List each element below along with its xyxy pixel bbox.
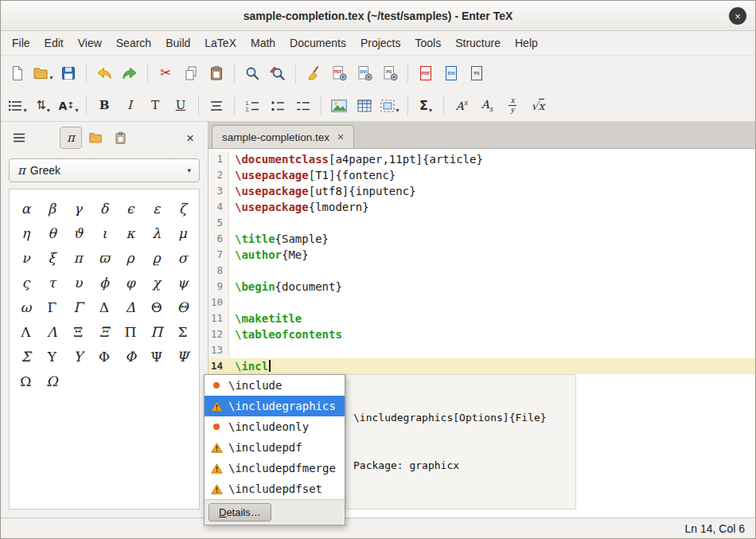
compile-ps-button[interactable]: PS — [377, 61, 403, 86]
symbol-cell[interactable]: Ω — [20, 373, 31, 389]
insert-graphic-button[interactable] — [326, 93, 352, 119]
code-line[interactable]: 14\incl — [208, 358, 755, 374]
symbol-cell[interactable]: Θ — [151, 299, 162, 315]
symbol-cell[interactable]: Π — [124, 324, 136, 340]
list-itemize-button[interactable] — [265, 93, 290, 119]
menu-math[interactable]: Math — [244, 33, 283, 53]
symbol-cell[interactable]: Λ — [21, 324, 30, 340]
menu-help[interactable]: Help — [508, 33, 545, 53]
menu-structure[interactable]: Structure — [448, 33, 508, 53]
align-center-button[interactable] — [204, 93, 229, 119]
editor-tab[interactable]: sample-completion.tex × — [212, 125, 354, 148]
symbol-cell[interactable]: ϑ — [73, 225, 83, 241]
symbol-cell[interactable]: Φ — [99, 349, 110, 365]
panel-menu-button[interactable] — [9, 127, 29, 148]
code-line[interactable]: 6\title{Sample} — [208, 231, 755, 247]
symbol-cell[interactable]: Ψ — [177, 349, 189, 365]
menu-view[interactable]: View — [71, 33, 109, 53]
details-button[interactable]: Details… — [208, 503, 271, 521]
text-italic-button[interactable]: I — [117, 93, 142, 119]
code-area[interactable]: 1\documentclass[a4paper,11pt]{article}2\… — [208, 149, 755, 518]
symbol-cell[interactable]: ψ — [177, 275, 188, 291]
compile-latex-dvi-button[interactable]: DVI — [352, 61, 377, 86]
view-dvi-button[interactable]: DVI — [438, 61, 464, 86]
symbol-cell[interactable]: ϱ — [153, 250, 161, 266]
menu-projects[interactable]: Projects — [353, 33, 408, 53]
math-symbols-button[interactable]: Σ▾ — [413, 93, 438, 119]
symbol-cell[interactable]: Ψ — [150, 349, 162, 365]
symbol-cell[interactable]: π — [74, 250, 83, 266]
math-superscript-button[interactable]: As — [449, 93, 474, 119]
code-line[interactable]: 7\author{Me} — [208, 247, 755, 263]
view-pdf-button[interactable]: PDF — [413, 61, 438, 86]
code-line[interactable]: 2\usepackage[T1]{fontenc} — [208, 167, 755, 183]
symbol-cell[interactable]: λ — [152, 225, 161, 241]
symbol-cell[interactable]: γ — [74, 201, 82, 217]
menu-edit[interactable]: Edit — [37, 33, 71, 53]
insert-table-button[interactable] — [352, 93, 377, 119]
code-line[interactable]: 3\usepackage[utf8]{inputenc} — [208, 183, 755, 199]
symbol-cell[interactable]: μ — [178, 225, 187, 241]
open-document-button[interactable]: ▾ — [30, 61, 56, 86]
symbol-cell[interactable]: φ — [126, 275, 135, 291]
insert-float-button[interactable]: ▾ — [377, 93, 403, 119]
sidebar-tab-files[interactable] — [84, 127, 107, 149]
symbol-cell[interactable]: Γ — [73, 299, 83, 315]
symbol-cell[interactable]: ρ — [127, 250, 134, 266]
symbol-category-select[interactable]: π Greek ▾ — [9, 158, 200, 182]
copy-button[interactable] — [178, 61, 204, 86]
completion-item[interactable]: \includepdfset — [205, 478, 345, 499]
text-underline-button[interactable]: U — [168, 93, 193, 119]
completion-item[interactable]: \includegraphics — [205, 396, 345, 416]
code-line[interactable]: 5 — [208, 215, 755, 231]
symbol-cell[interactable]: ν — [21, 250, 29, 266]
symbol-cell[interactable]: υ — [74, 275, 82, 291]
code-line[interactable]: 1\documentclass[a4paper,11pt]{article} — [208, 151, 755, 167]
completion-item[interactable]: \includepdfmerge — [205, 458, 345, 478]
menu-documents[interactable]: Documents — [283, 33, 353, 53]
menu-file[interactable]: File — [5, 33, 37, 53]
code-line[interactable]: 4\usepackage{lmodern} — [208, 199, 755, 215]
code-line[interactable]: 13 — [208, 342, 755, 358]
section-structure-button[interactable]: ▾ — [5, 93, 30, 119]
move-selection-button[interactable]: ⇅▾ — [30, 93, 56, 119]
paste-button[interactable] — [204, 61, 229, 86]
symbol-cell[interactable]: ξ — [49, 250, 56, 266]
menu-tools[interactable]: Tools — [408, 33, 449, 53]
symbol-cell[interactable]: Ξ — [99, 324, 109, 340]
symbol-cell[interactable]: η — [21, 225, 29, 241]
symbol-cell[interactable]: ς — [22, 275, 30, 291]
text-typewriter-button[interactable]: T — [142, 93, 168, 119]
menu-build[interactable]: Build — [158, 33, 197, 53]
symbol-cell[interactable]: ε — [153, 201, 160, 217]
find-replace-button[interactable] — [265, 61, 290, 86]
menu-search[interactable]: Search — [109, 33, 158, 53]
math-subscript-button[interactable]: As — [474, 93, 500, 119]
code-line[interactable]: 8 — [208, 263, 755, 279]
symbol-cell[interactable]: ι — [102, 225, 107, 241]
symbol-cell[interactable]: Ξ — [73, 324, 83, 340]
symbol-cell[interactable]: τ — [49, 275, 56, 291]
cut-button[interactable]: ✂ — [153, 61, 178, 86]
code-line[interactable]: 9\begin{document} — [208, 279, 755, 295]
sidebar-close-button[interactable]: × — [181, 128, 200, 147]
math-fraction-button[interactable]: xy — [500, 93, 525, 119]
completion-item[interactable]: \includepdf — [205, 437, 345, 458]
symbol-cell[interactable]: Π — [150, 324, 162, 340]
text-bold-button[interactable]: B — [92, 93, 117, 119]
symbol-cell[interactable]: ϵ — [127, 201, 134, 217]
symbol-cell[interactable]: β — [48, 201, 56, 217]
symbol-cell[interactable]: α — [21, 201, 30, 217]
list-enumerate-button[interactable]: 1.2. — [240, 93, 265, 119]
symbol-cell[interactable]: δ — [100, 201, 108, 217]
symbol-cell[interactable]: Ω — [46, 373, 57, 389]
completion-item[interactable]: \include — [205, 375, 345, 396]
save-document-button[interactable] — [56, 61, 81, 86]
font-family-size-button[interactable]: A↕▾ — [56, 93, 81, 119]
clean-project-button[interactable] — [301, 61, 326, 86]
symbol-cell[interactable]: ζ — [179, 201, 186, 217]
symbol-cell[interactable]: ϖ — [99, 250, 110, 266]
symbol-cell[interactable]: θ — [48, 225, 56, 241]
completion-item[interactable]: \includeonly — [205, 416, 345, 437]
tab-close-icon[interactable]: × — [337, 131, 344, 143]
